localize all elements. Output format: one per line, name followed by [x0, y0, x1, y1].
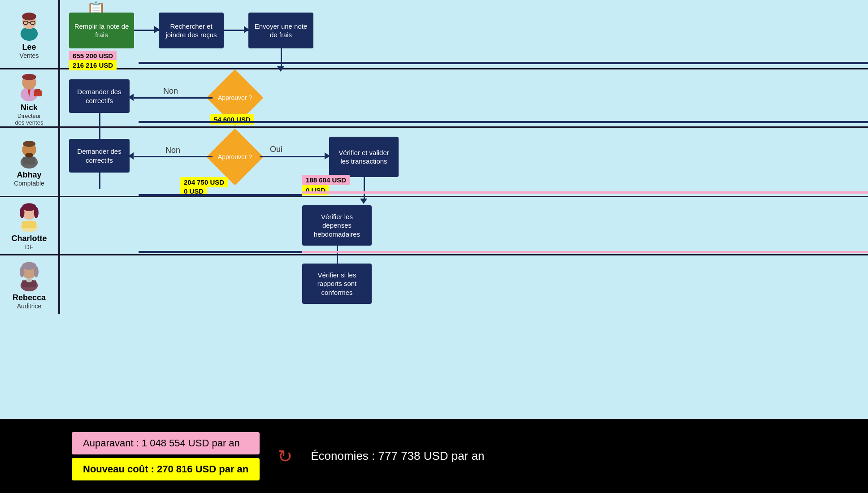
arrow-non1-label: Non: [163, 86, 178, 96]
box-demander2: Demander des correctifs: [69, 139, 130, 173]
lane-charlotte-pink: [302, 251, 868, 253]
svg-point-2: [22, 13, 36, 21]
svg-point-9: [22, 74, 36, 80]
avatar-rebecca: [13, 260, 45, 291]
actor-role-abhay: Comptable: [14, 180, 44, 187]
actor-role-lee: Ventes: [20, 52, 39, 59]
diagram-area: Lee Ventes 📋 Remplir la note de frais Re…: [0, 0, 868, 419]
svg-point-27: [20, 266, 25, 277]
avatar-lee: [13, 9, 45, 41]
box-verifier-valider: Vérifier et valider les transactions: [329, 137, 399, 177]
svg-point-29: [26, 278, 32, 282]
actor-role-rebecca: Auditrice: [17, 303, 41, 310]
swimlane-lee: Lee Ventes 📋 Remplir la note de frais Re…: [0, 0, 868, 69]
diamond-label-approuver2: Approuver ?: [210, 143, 260, 170]
cost-lee-pink: 655 200 USD: [69, 51, 117, 61]
actor-area-lee: Lee Ventes: [0, 7, 58, 61]
avatar-charlotte: [13, 201, 45, 232]
box-remplir: Remplir la note de frais: [69, 13, 134, 48]
actor-name-charlotte: Charlotte: [11, 234, 47, 243]
swimlane-charlotte: Charlotte DF Vérifier les dépenses hebdo…: [0, 197, 868, 255]
summary-area: Auparavant : 1 048 554 USD par an Nouvea…: [0, 419, 868, 493]
lane-abhay-pink: [302, 191, 868, 194]
avatar-abhay: [13, 137, 45, 169]
actor-area-nick: Nick Directeurdes ventes: [0, 68, 58, 128]
actor-area-rebecca: Rebecca Auditrice: [0, 258, 58, 312]
svg-rect-13: [23, 156, 35, 164]
arrow-non2-line: [134, 156, 213, 157]
svg-point-26: [22, 262, 36, 270]
swimlane-nick: Nick Directeurdes ventes Approuver ? Non…: [0, 69, 868, 128]
main-container: Lee Ventes 📋 Remplir la note de frais Re…: [0, 0, 868, 493]
arrow-oui-line: [260, 156, 329, 157]
diamond-approuver1-container: Approuver ?: [210, 78, 260, 118]
cost-abhay-yellow3: 0 USD: [302, 185, 329, 195]
summary-old: Auparavant : 1 048 554 USD par an: [72, 432, 260, 454]
svg-point-16: [25, 153, 33, 158]
svg-point-28: [34, 266, 39, 277]
box-envoyer: Envoyer une note de frais: [248, 13, 313, 48]
diamond-label-approuver1: Approuver ?: [210, 84, 260, 111]
actor-name-nick: Nick: [21, 103, 38, 112]
summary-stack: Auparavant : 1 048 554 USD par an Nouvea…: [72, 432, 260, 480]
svg-point-20: [22, 203, 36, 211]
summary-new: Nouveau coût : 270 816 USD par an: [72, 458, 260, 480]
actor-role-charlotte: DF: [25, 243, 34, 251]
lane-nick-dark: [139, 121, 868, 123]
cost-lee-yellow: 216 216 USD: [69, 60, 117, 70]
cost-abhay-pink: 188 604 USD: [302, 175, 350, 185]
summary-savings: Économies : 777 738 USD par an: [311, 449, 484, 463]
actor-name-abhay: Abhay: [17, 170, 41, 180]
swimlane-abhay: Abhay Comptable Approuver ? Non Demander…: [0, 128, 868, 197]
actor-area-charlotte: Charlotte DF: [0, 199, 58, 253]
arrow-oui-label: Oui: [270, 145, 282, 154]
actor-area-abhay: Abhay Comptable: [0, 135, 58, 189]
flow-rebecca: Vérifier si les rapports sont conformes: [60, 255, 868, 314]
curved-arrow: ↻: [278, 446, 293, 467]
flow-charlotte: Vérifier les dépenses hebdomadaires: [60, 197, 868, 254]
lane-abhay-dark: [139, 194, 302, 196]
box-verifier-rapports: Vérifier si les rapports sont conformes: [302, 264, 372, 304]
lane-lee-dark: [139, 62, 868, 64]
svg-point-22: [34, 207, 39, 218]
flow-abhay: Approuver ? Non Demander des correctifs …: [60, 128, 868, 196]
avatar-nick: [13, 70, 45, 101]
box-rechercher: Rechercher et joindre des reçus: [159, 13, 224, 48]
actor-name-rebecca: Rebecca: [13, 293, 46, 303]
box-demander1: Demander des correctifs: [69, 79, 130, 113]
flow-lee: 📋 Remplir la note de frais Rechercher et…: [60, 0, 868, 68]
box-verifier-depenses: Vérifier les dépenses hebdomadaires: [302, 205, 372, 246]
actor-name-lee: Lee: [22, 43, 36, 52]
arrow-non2-label: Non: [165, 146, 180, 155]
swimlane-rebecca: Rebecca Auditrice Vérifier si les rappor…: [0, 255, 868, 314]
flow-nick: Approuver ? Non Demander des correctifs …: [60, 69, 868, 126]
lane-charlotte-dark: [139, 251, 302, 253]
svg-rect-11: [35, 89, 40, 91]
svg-rect-18: [22, 221, 36, 229]
actor-role-nick: Directeurdes ventes: [15, 112, 43, 126]
diamond-approuver2-container: Approuver ?: [210, 137, 260, 177]
svg-point-21: [20, 207, 25, 218]
svg-point-15: [23, 140, 35, 147]
arrow-non1-line: [134, 97, 213, 99]
